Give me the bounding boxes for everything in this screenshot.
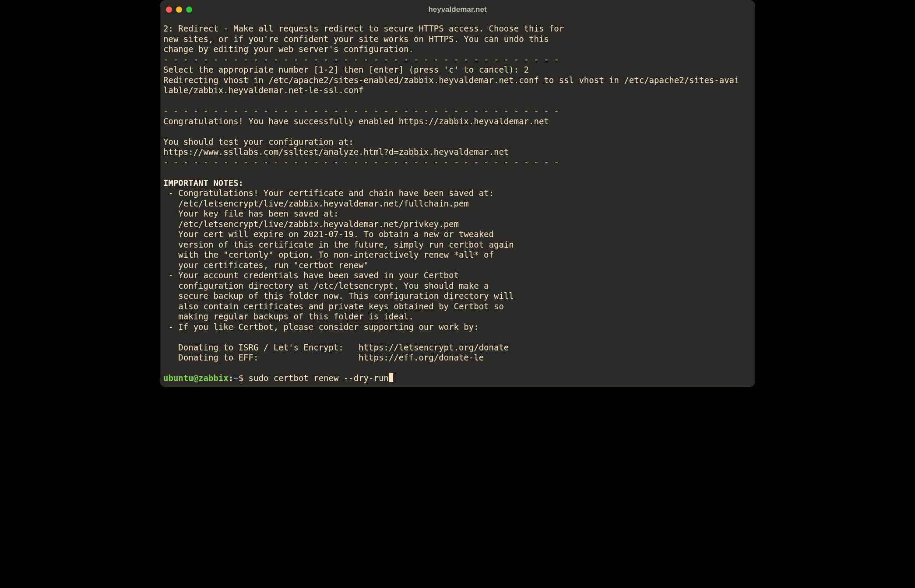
output-heading: IMPORTANT NOTES: [163, 178, 243, 188]
zoom-icon[interactable] [186, 7, 192, 13]
output-line: You should test your configuration at: [163, 137, 354, 147]
command-input[interactable]: sudo certbot renew --dry-run [249, 373, 389, 383]
output-line: Your cert will expire on 2021-07-19. To … [163, 229, 494, 239]
output-line: - If you like Certbot, please consider s… [163, 322, 479, 332]
output-line: Donating to ISRG / Let's Encrypt: https:… [163, 343, 509, 352]
output-line: Select the appropriate number [1-2] then… [163, 65, 529, 74]
output-line: Congratulations! You have successfully e… [163, 116, 549, 126]
output-line: change by editing your web server's conf… [163, 44, 414, 54]
prompt-colon: : [229, 373, 233, 383]
output-line: https://www.ssllabs.com/ssltest/analyze.… [163, 147, 509, 157]
output-line: /etc/letsencrypt/live/zabbix.heyvaldemar… [163, 199, 469, 208]
output-line: making regular backups of this folder is… [163, 312, 414, 321]
window-title: heyvaldemar.net [160, 5, 755, 14]
output-line: new sites, or if you're confident your s… [163, 34, 549, 44]
output-line: - - - - - - - - - - - - - - - - - - - - … [163, 158, 559, 167]
minimize-icon[interactable] [176, 7, 182, 13]
output-line: also contain certificates and private ke… [163, 301, 504, 311]
terminal-window: heyvaldemar.net 2: Redirect - Make all r… [160, 0, 755, 387]
output-line: your certificates, run "certbot renew" [163, 260, 369, 270]
prompt-dollar: $ [239, 373, 249, 383]
prompt-userhost: ubuntu@zabbix [163, 373, 229, 383]
output-line: secure backup of this folder now. This c… [163, 291, 514, 301]
close-icon[interactable] [166, 7, 172, 13]
output-line: - - - - - - - - - - - - - - - - - - - - … [163, 106, 559, 116]
output-line: /etc/letsencrypt/live/zabbix.heyvaldemar… [163, 219, 459, 229]
output-line: with the "certonly" option. To non-inter… [163, 250, 494, 259]
terminal-body[interactable]: 2: Redirect - Make all requests redirect… [160, 19, 755, 387]
output-line: lable/zabbix.heyvaldemar.net-le-ssl.conf [163, 85, 364, 95]
cursor-icon [389, 373, 393, 382]
output-line: Your key file has been saved at: [163, 209, 338, 218]
titlebar: heyvaldemar.net [160, 0, 755, 19]
output-line: - - - - - - - - - - - - - - - - - - - - … [163, 55, 559, 64]
prompt-path: ~ [233, 373, 238, 383]
output-line: - Your account credentials have been sav… [163, 270, 459, 280]
output-line: Redirecting vhost in /etc/apache2/sites-… [163, 75, 739, 85]
output-line: 2: Redirect - Make all requests redirect… [163, 24, 564, 33]
output-line: version of this certificate in the futur… [163, 240, 514, 249]
output-line: configuration directory at /etc/letsencr… [163, 281, 489, 290]
output-line: - Congratulations! Your certificate and … [163, 188, 494, 198]
traffic-lights [166, 7, 192, 13]
output-line: Donating to EFF: https://eff.org/donate-… [163, 353, 484, 362]
